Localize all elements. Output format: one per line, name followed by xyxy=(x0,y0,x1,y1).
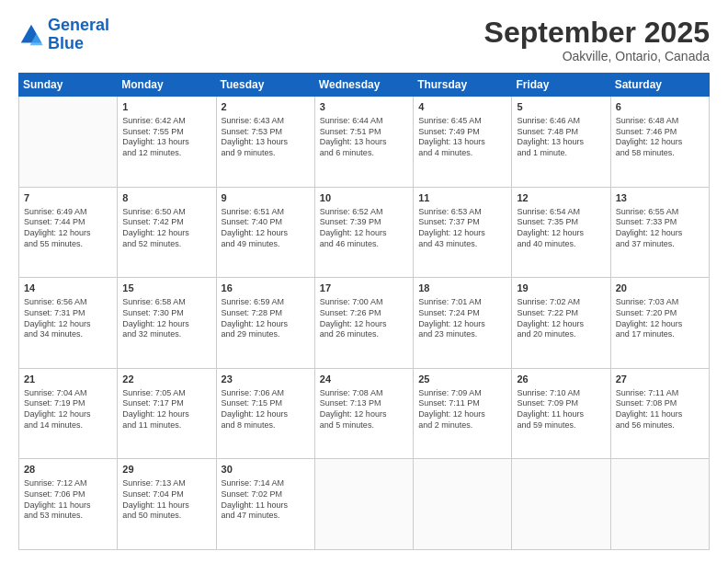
cell-info: Daylight: 12 hours xyxy=(616,228,704,239)
cell-info: Sunrise: 7:13 AM xyxy=(122,478,210,489)
cell-info: Sunrise: 6:48 AM xyxy=(616,116,704,127)
header: General Blue September 2025 Oakville, On… xyxy=(18,17,710,63)
day-number: 6 xyxy=(616,100,704,114)
cell-info: and 47 minutes. xyxy=(222,511,310,522)
calendar-cell xyxy=(512,459,610,550)
weekday-header-thursday: Thursday xyxy=(414,74,512,97)
cell-info: Sunrise: 6:58 AM xyxy=(122,297,210,308)
cell-info: Daylight: 12 hours xyxy=(222,228,310,239)
day-number: 1 xyxy=(122,100,210,114)
cell-info: Daylight: 11 hours xyxy=(24,500,112,511)
cell-info: Sunset: 7:06 PM xyxy=(24,489,112,500)
cell-info: Daylight: 13 hours xyxy=(418,137,506,148)
cell-info: Sunrise: 6:45 AM xyxy=(418,116,506,127)
cell-info: and 58 minutes. xyxy=(616,148,704,159)
day-number: 20 xyxy=(616,282,704,295)
cell-info: Daylight: 12 hours xyxy=(320,409,408,420)
day-number: 2 xyxy=(222,100,310,114)
calendar-cell xyxy=(314,459,413,550)
cell-info: Sunrise: 7:08 AM xyxy=(320,388,408,399)
cell-info: Sunset: 7:24 PM xyxy=(418,308,506,319)
cell-info: and 43 minutes. xyxy=(418,239,506,250)
calendar-cell: 25Sunrise: 7:09 AMSunset: 7:11 PMDayligh… xyxy=(414,368,512,459)
weekday-header-sunday: Sunday xyxy=(19,74,118,97)
cell-info: Daylight: 11 hours xyxy=(122,500,210,511)
week-row-4: 21Sunrise: 7:04 AMSunset: 7:19 PMDayligh… xyxy=(19,368,710,459)
logo-icon xyxy=(18,22,44,48)
cell-info: Sunset: 7:46 PM xyxy=(616,127,704,138)
day-number: 18 xyxy=(418,282,506,295)
cell-info: and 29 minutes. xyxy=(222,329,310,340)
calendar-cell: 9Sunrise: 6:51 AMSunset: 7:40 PMDaylight… xyxy=(216,187,314,278)
cell-info: Sunrise: 7:04 AM xyxy=(24,388,112,399)
cell-info: Sunrise: 6:55 AM xyxy=(616,207,704,218)
day-number: 7 xyxy=(24,191,112,205)
cell-info: Sunrise: 6:51 AM xyxy=(222,207,310,218)
calendar-cell: 17Sunrise: 7:00 AMSunset: 7:26 PMDayligh… xyxy=(314,278,413,369)
cell-info: Daylight: 12 hours xyxy=(122,319,210,330)
cell-info: Sunset: 7:40 PM xyxy=(222,217,310,228)
calendar-cell: 5Sunrise: 6:46 AMSunset: 7:48 PMDaylight… xyxy=(512,97,610,188)
day-number: 19 xyxy=(517,282,605,295)
cell-info: Sunrise: 7:06 AM xyxy=(222,388,310,399)
day-number: 30 xyxy=(222,463,310,477)
day-number: 11 xyxy=(418,191,506,205)
cell-info: Daylight: 12 hours xyxy=(418,228,506,239)
calendar-table: SundayMondayTuesdayWednesdayThursdayFrid… xyxy=(18,73,710,550)
day-number: 17 xyxy=(320,282,408,295)
calendar-cell: 20Sunrise: 7:03 AMSunset: 7:20 PMDayligh… xyxy=(610,278,709,369)
cell-info: Sunset: 7:39 PM xyxy=(320,217,408,228)
cell-info: Daylight: 12 hours xyxy=(418,319,506,330)
calendar-cell: 15Sunrise: 6:58 AMSunset: 7:30 PMDayligh… xyxy=(118,278,216,369)
cell-info: and 4 minutes. xyxy=(418,148,506,159)
cell-info: Daylight: 12 hours xyxy=(122,228,210,239)
cell-info: and 9 minutes. xyxy=(222,148,310,159)
calendar-cell: 21Sunrise: 7:04 AMSunset: 7:19 PMDayligh… xyxy=(19,368,118,459)
cell-info: Sunset: 7:44 PM xyxy=(24,217,112,228)
cell-info: Sunset: 7:08 PM xyxy=(616,398,704,409)
logo-text: General Blue xyxy=(48,17,109,53)
cell-info: and 37 minutes. xyxy=(616,239,704,250)
cell-info: Daylight: 12 hours xyxy=(24,409,112,420)
calendar-cell: 4Sunrise: 6:45 AMSunset: 7:49 PMDaylight… xyxy=(414,97,512,188)
calendar-cell: 8Sunrise: 6:50 AMSunset: 7:42 PMDaylight… xyxy=(118,187,216,278)
cell-info: Sunrise: 6:50 AM xyxy=(122,207,210,218)
cell-info: Sunset: 7:37 PM xyxy=(418,217,506,228)
cell-info: and 40 minutes. xyxy=(517,239,605,250)
day-number: 16 xyxy=(222,282,310,295)
cell-info: Sunset: 7:28 PM xyxy=(222,308,310,319)
cell-info: Sunrise: 7:14 AM xyxy=(222,478,310,489)
cell-info: Daylight: 12 hours xyxy=(517,319,605,330)
cell-info: Daylight: 12 hours xyxy=(320,228,408,239)
cell-info: Daylight: 13 hours xyxy=(320,137,408,148)
calendar-cell: 12Sunrise: 6:54 AMSunset: 7:35 PMDayligh… xyxy=(512,187,610,278)
calendar-cell: 19Sunrise: 7:02 AMSunset: 7:22 PMDayligh… xyxy=(512,278,610,369)
day-number: 22 xyxy=(122,373,210,386)
day-number: 27 xyxy=(616,373,704,386)
cell-info: and 26 minutes. xyxy=(320,329,408,340)
day-number: 13 xyxy=(616,191,704,205)
cell-info: Sunrise: 6:42 AM xyxy=(122,116,210,127)
calendar-cell: 7Sunrise: 6:49 AMSunset: 7:44 PMDaylight… xyxy=(19,187,118,278)
cell-info: and 34 minutes. xyxy=(24,329,112,340)
calendar-cell: 26Sunrise: 7:10 AMSunset: 7:09 PMDayligh… xyxy=(512,368,610,459)
day-number: 29 xyxy=(122,463,210,477)
cell-info: Daylight: 12 hours xyxy=(616,319,704,330)
cell-info: and 6 minutes. xyxy=(320,148,408,159)
cell-info: Sunrise: 6:43 AM xyxy=(222,116,310,127)
day-number: 5 xyxy=(517,100,605,114)
title-block: September 2025 Oakville, Ontario, Canada xyxy=(484,17,710,63)
calendar-cell: 18Sunrise: 7:01 AMSunset: 7:24 PMDayligh… xyxy=(414,278,512,369)
cell-info: Sunrise: 7:10 AM xyxy=(517,388,605,399)
cell-info: Sunset: 7:53 PM xyxy=(222,127,310,138)
cell-info: Sunset: 7:17 PM xyxy=(122,398,210,409)
day-number: 10 xyxy=(320,191,408,205)
cell-info: Sunset: 7:11 PM xyxy=(418,398,506,409)
week-row-1: 1Sunrise: 6:42 AMSunset: 7:55 PMDaylight… xyxy=(19,97,710,188)
cell-info: Daylight: 12 hours xyxy=(122,409,210,420)
cell-info: and 52 minutes. xyxy=(122,239,210,250)
calendar-cell: 1Sunrise: 6:42 AMSunset: 7:55 PMDaylight… xyxy=(118,97,216,188)
day-number: 24 xyxy=(320,373,408,386)
logo: General Blue xyxy=(18,17,109,53)
calendar-cell: 13Sunrise: 6:55 AMSunset: 7:33 PMDayligh… xyxy=(610,187,709,278)
